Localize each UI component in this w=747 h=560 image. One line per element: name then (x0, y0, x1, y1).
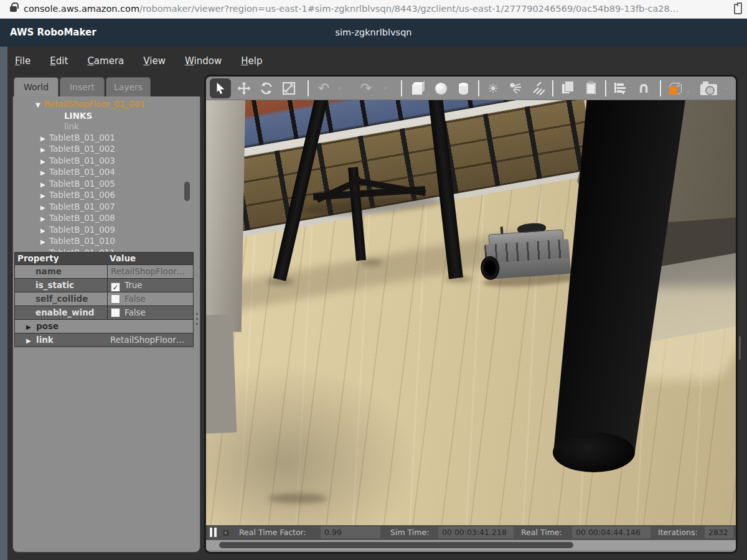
magnet-icon: ∩ (637, 80, 650, 95)
tree-item[interactable]: ▶TabletB_01_002 (13, 144, 200, 156)
menu-window[interactable]: Window (185, 55, 222, 67)
sphere-icon (435, 83, 447, 95)
tree-links-header: LINKS (13, 111, 200, 122)
clipboard-icon[interactable] (734, 4, 742, 14)
tripod-foot-shadow (359, 259, 383, 266)
browser-url-bar[interactable]: console.aws.amazon.com/robomaker/viewer?… (0, 0, 747, 19)
directional-light-icon (532, 81, 547, 96)
url-text[interactable]: console.aws.amazon.com/robomaker/viewer?… (24, 4, 679, 14)
expanded-triangle-icon[interactable]: ▼ (35, 100, 44, 111)
tree-item-retailshopfloor[interactable]: ▼RetailShopFloor_01_001 (13, 99, 200, 111)
sim-time-value: 00 00:03:41.218 (438, 526, 514, 538)
collapsed-triangle-icon[interactable]: ▶ (40, 190, 49, 202)
collapsed-triangle-icon[interactable]: ▶ (40, 202, 49, 213)
vertical-scrollbar-thumb[interactable] (739, 336, 741, 360)
robomaker-viewer-page: console.aws.amazon.com/robomaker/viewer?… (0, 0, 747, 560)
toolbar-separator (660, 80, 661, 96)
menu-help[interactable]: Help (241, 55, 262, 67)
url-path: /robomaker/viewer?region=us-east-1#sim-z… (139, 4, 679, 14)
view-cube-icon (669, 82, 682, 95)
tree-item[interactable]: ▶TabletB_01_007 (13, 202, 200, 213)
property-table: Property Value name RetailShopFloor… is_… (14, 252, 194, 347)
horizontal-scrollbar-track[interactable] (206, 540, 736, 550)
menu-file[interactable]: File (15, 55, 31, 67)
scale-tool-button[interactable] (278, 78, 299, 98)
toolbar-separator (401, 80, 402, 96)
tree-item[interactable]: ▶TabletB_01_003 (13, 156, 200, 167)
gazebo-client: ↶ ▾ ↷ ▾ ☀ (204, 75, 738, 554)
link-value[interactable]: RetailShopFloor… (107, 334, 193, 347)
collapsed-triangle-icon[interactable]: ▶ (26, 320, 36, 334)
collapsed-triangle-icon[interactable]: ▶ (26, 334, 36, 347)
insert-cylinder-button[interactable] (453, 78, 474, 98)
translate-tool-button[interactable] (233, 78, 255, 98)
tree-item[interactable]: ▶TabletB_01_010 (13, 236, 200, 248)
tree-item[interactable]: ▶TabletB_01_001 (13, 133, 200, 144)
collapsed-triangle-icon[interactable]: ▶ (40, 133, 49, 144)
tree-item[interactable]: ▶TabletB_01_006 (13, 190, 200, 202)
real-time-label: Real Time: (521, 528, 562, 537)
view-angle-caret-icon[interactable]: ▾ (687, 89, 690, 95)
iterations-value: 2832 (705, 526, 733, 538)
simulation-name: sim-zgknrlblvsqn (0, 27, 747, 37)
tab-world[interactable]: World (14, 77, 59, 97)
menu-camera[interactable]: Camera (87, 55, 124, 67)
screenshot-button[interactable] (698, 78, 719, 98)
property-row-enable-wind: enable_wind False (15, 306, 193, 319)
menu-edit[interactable]: Edit (50, 55, 68, 67)
step-button[interactable]: ▸ (223, 530, 229, 536)
point-light-button[interactable]: ☀ (482, 78, 504, 98)
align-button[interactable] (609, 78, 631, 98)
url-domain: console.aws.amazon.com (24, 4, 139, 14)
tree-item[interactable]: ▶TabletB_01_008 (13, 213, 200, 225)
toolbar-overflow-icon[interactable]: – (724, 84, 728, 93)
directional-light-button[interactable] (529, 78, 550, 98)
redo-caret-icon[interactable]: ▾ (384, 85, 387, 91)
menu-view[interactable]: View (143, 55, 166, 67)
collapsed-triangle-icon[interactable]: ▶ (40, 167, 49, 179)
insert-cube-button[interactable] (406, 78, 428, 98)
spot-light-button[interactable] (505, 78, 526, 98)
rotate-tool-button[interactable] (256, 78, 277, 98)
select-tool-button[interactable] (210, 78, 231, 98)
insert-sphere-button[interactable] (430, 78, 451, 98)
snap-button[interactable]: ∩ (633, 78, 654, 98)
redo-button[interactable]: ↷ (355, 78, 377, 98)
tree-item[interactable]: ▶TabletB_01_004 (13, 167, 200, 179)
self-collide-checkbox[interactable] (111, 294, 120, 304)
property-row-link[interactable]: ▶link RetailShopFloor… (15, 333, 193, 347)
tree-item[interactable]: ▶TabletB_01_005 (13, 179, 200, 190)
foreground-table-leg-foot (553, 432, 635, 472)
tree-scrollbar-thumb[interactable] (184, 182, 190, 201)
pause-button[interactable] (210, 528, 220, 537)
collapsed-triangle-icon[interactable]: ▶ (40, 144, 49, 156)
splitter-handle[interactable] (196, 313, 198, 328)
property-row-self-collide: self_collide False (15, 292, 193, 306)
tab-layers[interactable]: Layers (106, 77, 151, 97)
undo-caret-icon[interactable]: ▾ (338, 85, 341, 91)
collapsed-triangle-icon[interactable]: ▶ (40, 213, 49, 225)
collapsed-triangle-icon[interactable]: ▶ (40, 179, 49, 190)
collapsed-triangle-icon[interactable]: ▶ (40, 236, 49, 248)
property-row-pose[interactable]: ▶pose (15, 319, 193, 333)
paste-button[interactable] (580, 78, 601, 98)
align-icon (614, 82, 626, 95)
robot[interactable] (483, 220, 582, 290)
rtf-value[interactable]: 0.99 (321, 526, 380, 538)
tree-item-link[interactable]: link (13, 121, 200, 133)
horizontal-scrollbar-thumb[interactable] (219, 542, 573, 548)
simulation-viewport[interactable] (206, 100, 736, 525)
tab-insert[interactable]: Insert (60, 77, 105, 97)
collapsed-triangle-icon[interactable]: ▶ (40, 225, 49, 236)
undo-icon: ↶ (318, 82, 329, 95)
copy-button[interactable] (557, 78, 578, 98)
cylinder-icon (459, 83, 468, 95)
name-value[interactable]: RetailShopFloor… (107, 265, 193, 278)
tree-item[interactable]: ▶TabletB_01_009 (13, 225, 200, 236)
is-static-checkbox[interactable]: ✓ (111, 282, 120, 292)
undo-button[interactable]: ↶ (313, 78, 334, 98)
collapsed-triangle-icon[interactable]: ▶ (40, 156, 49, 167)
view-angle-button[interactable] (665, 78, 686, 98)
redo-icon: ↷ (360, 82, 372, 95)
enable-wind-checkbox[interactable] (111, 308, 120, 317)
